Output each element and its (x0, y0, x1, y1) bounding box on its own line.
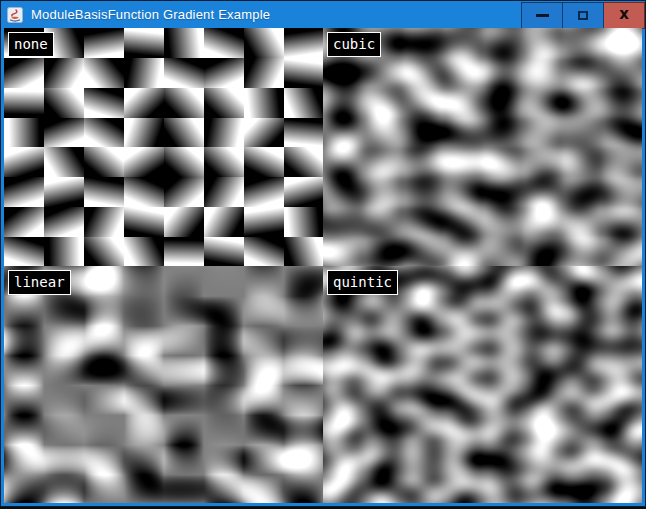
minimize-icon (536, 14, 549, 17)
java-coffee-icon (7, 7, 23, 23)
panel-label-none: none (8, 32, 54, 57)
maximize-icon (578, 11, 588, 20)
close-button[interactable]: x (604, 2, 645, 29)
minimize-button[interactable] (521, 2, 563, 29)
panel-cubic: cubic (323, 28, 642, 266)
panel-quintic: quintic (323, 266, 642, 504)
maximize-button[interactable] (563, 2, 604, 29)
noise-canvas-linear (4, 266, 323, 504)
panel-none: none (4, 28, 323, 266)
close-icon: x (619, 7, 629, 22)
noise-canvas-quintic (323, 266, 642, 504)
panel-label-cubic: cubic (327, 32, 381, 57)
app-window: ModuleBasisFunction Gradient Example x n… (0, 0, 646, 507)
noise-canvas-none (4, 28, 323, 266)
title-bar[interactable]: ModuleBasisFunction Gradient Example x (1, 1, 645, 28)
panel-label-linear: linear (8, 270, 71, 295)
panel-label-quintic: quintic (327, 270, 398, 295)
noise-canvas-cubic (323, 28, 642, 266)
window-controls: x (521, 2, 645, 29)
window-title: ModuleBasisFunction Gradient Example (31, 7, 270, 22)
panel-linear: linear (4, 266, 323, 504)
render-area: none cubic linear quintic (4, 28, 642, 503)
